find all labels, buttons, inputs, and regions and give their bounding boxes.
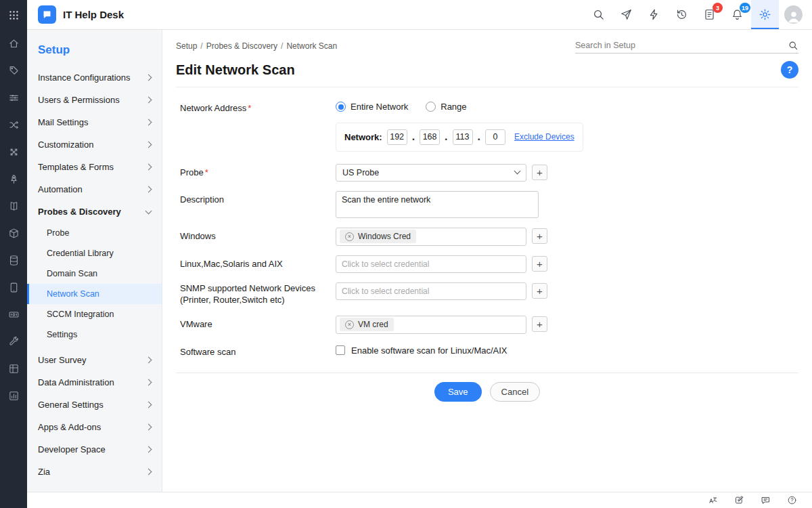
- remove-chip-icon[interactable]: ×: [345, 232, 354, 241]
- vmware-credential-field[interactable]: ×VM cred: [336, 316, 526, 334]
- description-textarea[interactable]: Scan the entire network: [336, 191, 539, 218]
- radio-entire-network[interactable]: Entire Network: [336, 102, 408, 112]
- apps-grid-icon[interactable]: [0, 0, 27, 30]
- bottom-bar: [27, 492, 812, 508]
- help-button[interactable]: ?: [781, 61, 798, 79]
- integrations-icon[interactable]: [0, 138, 27, 165]
- rocket-icon[interactable]: [0, 165, 27, 192]
- sliders-icon[interactable]: [0, 84, 27, 111]
- home-icon[interactable]: [0, 30, 27, 57]
- sidebar-item-templates-forms[interactable]: Templates & Forms: [27, 156, 162, 178]
- sidebar-subitem-domain-scan[interactable]: Domain Scan: [27, 263, 162, 284]
- probe-selected-value: US Probe: [342, 168, 379, 177]
- add-linux-credential-button[interactable]: +: [532, 256, 547, 272]
- octet-1-input[interactable]: [387, 129, 407, 145]
- sidebar-item-label: Zia: [38, 467, 50, 477]
- chevron-right-icon: [145, 97, 152, 104]
- app-logo[interactable]: [38, 5, 56, 24]
- cash-icon[interactable]: [0, 301, 27, 328]
- octet-4-input[interactable]: [485, 129, 505, 145]
- sidebar-item-label: Customization: [38, 140, 93, 150]
- octet-separator: .: [412, 131, 415, 143]
- approvals-icon[interactable]: 3: [696, 0, 723, 29]
- database-icon[interactable]: [0, 247, 27, 274]
- network-scan-form: Network Address* Entire Network Range: [176, 87, 798, 367]
- chevron-right-icon: [145, 469, 152, 475]
- form-actions: Save Cancel: [176, 373, 798, 410]
- chevron-right-icon: [145, 186, 152, 193]
- top-bar: IT Help Desk 3 19: [27, 0, 812, 30]
- sidebar-item-probes-discovery[interactable]: Probes & Discovery: [27, 200, 162, 223]
- remove-chip-icon[interactable]: ×: [345, 320, 354, 329]
- windows-credential-field[interactable]: ×Windows Cred: [336, 228, 526, 246]
- software-scan-label: Software scan: [180, 343, 336, 358]
- tablet-icon[interactable]: [0, 274, 27, 301]
- lightning-icon[interactable]: [640, 0, 668, 29]
- paper-plane-icon[interactable]: [612, 0, 640, 29]
- cancel-button[interactable]: Cancel: [490, 382, 540, 402]
- breadcrumb-setup[interactable]: Setup: [176, 41, 197, 51]
- wrench-icon[interactable]: [0, 328, 27, 355]
- probe-select[interactable]: US Probe: [336, 164, 526, 182]
- sidebar-item-zia[interactable]: Zia: [27, 461, 162, 483]
- sidebar-item-users-permissions[interactable]: Users & Permissions: [27, 89, 162, 111]
- user-avatar[interactable]: [784, 5, 803, 24]
- sidebar-subitem-credential-library[interactable]: Credential Library: [27, 243, 162, 263]
- add-probe-button[interactable]: +: [532, 165, 547, 180]
- snmp-credential-input[interactable]: [336, 282, 526, 300]
- sidebar-item-instance-configurations[interactable]: Instance Configurations: [27, 66, 162, 89]
- radio-range[interactable]: Range: [426, 102, 466, 112]
- add-vmware-credential-button[interactable]: +: [532, 316, 547, 332]
- sidebar-subitem-network-scan[interactable]: Network Scan: [27, 284, 162, 304]
- tag-icon[interactable]: [0, 57, 27, 84]
- history-icon[interactable]: [668, 0, 696, 29]
- breadcrumb-network-scan[interactable]: Network Scan: [286, 41, 337, 51]
- chevron-down-icon: [145, 207, 152, 214]
- vmware-label: VMware: [180, 316, 336, 334]
- search-icon[interactable]: [585, 0, 612, 29]
- translate-icon[interactable]: [708, 495, 718, 505]
- sidebar-item-label: Developer Space: [38, 444, 106, 454]
- help-icon[interactable]: [787, 495, 797, 505]
- save-button[interactable]: Save: [434, 382, 482, 402]
- breadcrumb-probes-discovery[interactable]: Probes & Discovery: [206, 41, 277, 51]
- search-icon[interactable]: [788, 40, 798, 51]
- chart-icon[interactable]: [0, 382, 27, 409]
- sidebar-item-data-administration[interactable]: Data Administration: [27, 371, 162, 394]
- sidebar-item-general-settings[interactable]: General Settings: [27, 394, 162, 416]
- package-icon[interactable]: [0, 219, 27, 247]
- linux-credential-input[interactable]: [336, 255, 526, 273]
- sidebar-item-mail-settings[interactable]: Mail Settings: [27, 111, 162, 133]
- sidebar-item-apps-addons[interactable]: Apps & Add-ons: [27, 416, 162, 438]
- credential-chip: ×Windows Cred: [340, 230, 416, 243]
- feedback-icon[interactable]: [734, 495, 744, 505]
- software-scan-checkbox[interactable]: [336, 345, 345, 355]
- octet-3-input[interactable]: [453, 129, 473, 145]
- book-icon[interactable]: [0, 192, 27, 219]
- sidebar-item-user-survey[interactable]: User Survey: [27, 349, 162, 371]
- notifications-bell-icon[interactable]: 19: [723, 0, 751, 29]
- octet-separator: .: [445, 131, 447, 143]
- setup-search-input[interactable]: [575, 41, 788, 50]
- chat-icon[interactable]: [761, 495, 771, 505]
- add-windows-credential-button[interactable]: +: [532, 228, 547, 244]
- shuffle-icon[interactable]: [0, 111, 27, 138]
- sidebar-item-developer-space[interactable]: Developer Space: [27, 438, 162, 461]
- sidebar-subitem-probe[interactable]: Probe: [27, 223, 162, 243]
- radio-dot-icon: [426, 102, 436, 112]
- sidebar-item-automation[interactable]: Automation: [27, 178, 162, 200]
- required-mark: *: [205, 167, 208, 177]
- exclude-devices-link[interactable]: Exclude Devices: [514, 132, 574, 142]
- add-snmp-credential-button[interactable]: +: [532, 283, 547, 299]
- chevron-right-icon: [145, 119, 152, 126]
- chevron-right-icon: [145, 446, 152, 453]
- sidebar-subitem-sccm-integration[interactable]: SCCM Integration: [27, 304, 162, 324]
- main-content: Setup/Probes & Discovery/Network Scan Ed…: [162, 30, 812, 492]
- sidebar-item-customization[interactable]: Customization: [27, 133, 162, 156]
- octet-2-input[interactable]: [420, 129, 440, 145]
- settings-gear-icon[interactable]: [751, 0, 779, 29]
- table-icon[interactable]: [0, 355, 27, 382]
- chevron-right-icon: [145, 357, 152, 364]
- sidebar-item-label: General Settings: [38, 400, 104, 410]
- sidebar-subitem-settings[interactable]: Settings: [27, 324, 162, 345]
